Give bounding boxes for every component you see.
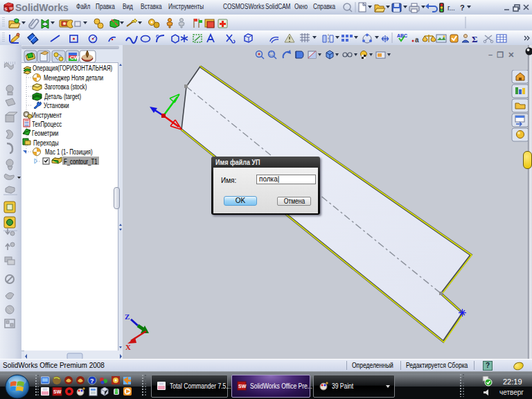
svg-text:SW: SW bbox=[53, 389, 62, 394]
svg-text:SW: SW bbox=[238, 384, 247, 389]
svg-text:X: X bbox=[125, 343, 131, 351]
svg-text:CW: CW bbox=[70, 55, 80, 61]
svg-text:a: a bbox=[415, 36, 419, 44]
svg-text:?: ? bbox=[460, 3, 465, 12]
svg-text:Σ: Σ bbox=[472, 34, 478, 44]
svg-text:г...: г... bbox=[447, 4, 455, 12]
svg-text:ABC: ABC bbox=[397, 33, 407, 38]
svg-text:?: ? bbox=[90, 378, 94, 384]
svg-text:W: W bbox=[9, 6, 13, 10]
svg-text:S: S bbox=[5, 7, 8, 11]
svg-text:Z: Z bbox=[125, 312, 130, 321]
